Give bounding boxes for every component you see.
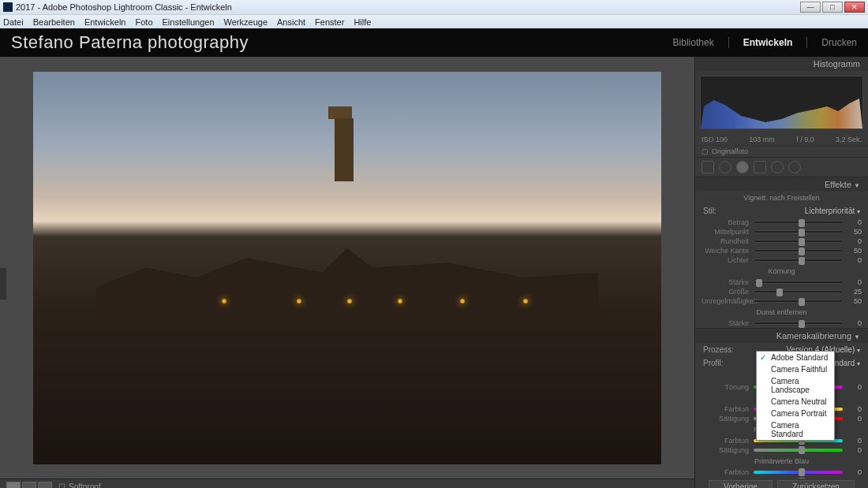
checkbox-icon[interactable]: ☐: [58, 482, 65, 488]
tool-strip: [695, 157, 868, 177]
photo-preview[interactable]: [33, 72, 661, 464]
primary-sat-label-2: Sättigung: [702, 478, 749, 479]
histo-focal: 103 mm: [749, 136, 775, 143]
softproof-label: Softproof: [69, 482, 101, 488]
profile-option-camera-standard[interactable]: Camera Standard: [757, 419, 834, 440]
toolbar: ☐Softproof: [0, 479, 694, 488]
menu-fenster[interactable]: Fenster: [315, 17, 344, 27]
chevron-down-icon: ▾: [857, 208, 860, 215]
spot-tool-icon[interactable]: [719, 161, 731, 173]
style-dropdown[interactable]: Lichterpriorität ▾: [805, 207, 860, 215]
profile-option-camera-neutral[interactable]: Camera Neutral: [757, 396, 834, 408]
primary-hue-val-1: 0: [847, 437, 862, 445]
chevron-down-icon: ▼: [854, 182, 860, 189]
histo-iso: ISO 100: [702, 136, 728, 143]
primary-hue-val-2: 0: [847, 468, 862, 476]
vignette-0-slider[interactable]: [754, 221, 843, 224]
tint-label: Tönung: [702, 383, 749, 391]
grain-2-slider[interactable]: [754, 300, 843, 303]
menu-werkzeuge[interactable]: Werkzeuge: [224, 17, 268, 27]
histogram-header[interactable]: Histogramm: [695, 57, 868, 71]
crop-tool-icon[interactable]: [702, 161, 714, 173]
gradient-tool-icon[interactable]: [754, 161, 766, 173]
histogram-display[interactable]: [700, 76, 863, 129]
previous-button[interactable]: Vorherige: [709, 480, 773, 489]
primary-sat-val-1: 0: [847, 446, 862, 454]
menu-ansicht[interactable]: Ansicht: [277, 17, 305, 27]
reset-button[interactable]: Zurücksetzen: [777, 480, 855, 489]
action-buttons: Vorherige Zurücksetzen: [694, 479, 868, 488]
vignette-0-label: Betrag: [702, 218, 749, 226]
grain-0-value: 0: [847, 278, 862, 286]
profile-option-camera-portrait[interactable]: Camera Portrait: [757, 408, 834, 419]
profile-option-adobe-standard[interactable]: Adobe Standard: [757, 352, 834, 363]
module-picker: Bibliothek Entwickeln Drucken: [673, 37, 857, 48]
primary-hue-label-0: Farbton: [702, 405, 749, 413]
minimize-button[interactable]: —: [800, 2, 821, 13]
module-drucken[interactable]: Drucken: [806, 37, 857, 48]
maximize-button[interactable]: □: [822, 2, 843, 13]
menu-foto[interactable]: Foto: [135, 17, 152, 27]
primary-sat-slider-1[interactable]: [754, 449, 843, 452]
primary-sat-val-2: 0: [847, 478, 862, 479]
grain-subhead: Körnung: [695, 265, 868, 278]
menu-bearbeiten[interactable]: Bearbeiten: [33, 17, 75, 27]
vignette-4-label: Lichter: [702, 256, 749, 264]
dehaze-slider[interactable]: [754, 322, 843, 325]
profile-dropdown-menu[interactable]: Adobe Standard Camera Faithful Camera La…: [756, 351, 835, 441]
profile-option-camera-faithful[interactable]: Camera Faithful: [757, 363, 834, 375]
module-entwickeln[interactable]: Entwickeln: [728, 37, 793, 48]
calibration-header[interactable]: Kamerakalibrierung ▼: [695, 329, 868, 343]
left-panel-grip[interactable]: [0, 268, 6, 300]
window-titlebar: 2017 - Adobe Photoshop Lightroom Classic…: [0, 0, 868, 14]
grain-1-label: Größe: [702, 288, 749, 296]
square-icon: ▢: [702, 147, 709, 155]
radial-tool-icon[interactable]: [771, 161, 784, 173]
vignette-3-value: 50: [847, 247, 862, 255]
identity-header: Stefano Paterna photography Bibliothek E…: [0, 28, 868, 57]
dehaze-label: Stärke: [702, 319, 749, 327]
menu-entwickeln[interactable]: Entwickeln: [84, 17, 126, 27]
original-label: Originalfoto: [712, 147, 748, 155]
loupe-view-icon[interactable]: [6, 482, 21, 489]
grain-2-label: Unregelmäßigkeit: [702, 297, 749, 305]
menu-bar: Datei Bearbeiten Entwickeln Foto Einstel…: [0, 14, 868, 28]
brush-tool-icon[interactable]: [788, 161, 801, 173]
menu-datei[interactable]: Datei: [3, 17, 24, 27]
vignette-4-value: 0: [847, 256, 862, 264]
profile-option-camera-landscape[interactable]: Camera Landscape: [757, 375, 834, 396]
primary-hue-label-1: Farbton: [702, 437, 749, 445]
chevron-down-icon: ▼: [854, 333, 860, 341]
survey-view-icon[interactable]: [38, 482, 52, 489]
dehaze-subhead: Dunst entfernen: [695, 306, 868, 319]
primary-hue-slider-2[interactable]: [754, 471, 843, 474]
histogram-title: Histogramm: [814, 59, 860, 69]
vignette-3-slider[interactable]: [754, 249, 843, 252]
histo-shutter: 3,2 Sek.: [836, 136, 862, 143]
vignette-0-value: 0: [847, 218, 862, 226]
vignette-4-slider[interactable]: [754, 259, 843, 262]
menu-einstellungen[interactable]: Einstellungen: [163, 17, 215, 27]
dehaze-value: 0: [847, 319, 862, 327]
menu-hilfe[interactable]: Hilfe: [354, 17, 371, 27]
redeye-tool-icon[interactable]: [736, 161, 749, 173]
module-bibliothek[interactable]: Bibliothek: [673, 37, 714, 48]
close-button[interactable]: ✕: [844, 2, 865, 13]
chevron-down-icon: ▾: [857, 360, 860, 367]
style-label: Stil:: [703, 207, 716, 215]
primary-sat-label-1: Sättigung: [702, 446, 749, 454]
grain-1-slider[interactable]: [754, 290, 843, 293]
primary-hue-label-2: Farbton: [702, 468, 749, 476]
grain-1-value: 25: [847, 288, 862, 296]
grain-0-slider[interactable]: [754, 281, 843, 284]
profile-label: Profil:: [703, 359, 724, 367]
vignette-1-value: 50: [847, 228, 862, 236]
primary-hue-val-0: 0: [847, 405, 862, 413]
vignette-2-slider[interactable]: [754, 240, 843, 243]
effects-header[interactable]: Effekte ▼: [695, 177, 868, 192]
chevron-down-icon: ▾: [857, 347, 860, 354]
compare-view-icon[interactable]: [22, 482, 36, 489]
vignette-1-slider[interactable]: [754, 230, 843, 233]
tint-value: 0: [847, 383, 862, 391]
preview-area[interactable]: [0, 57, 694, 479]
